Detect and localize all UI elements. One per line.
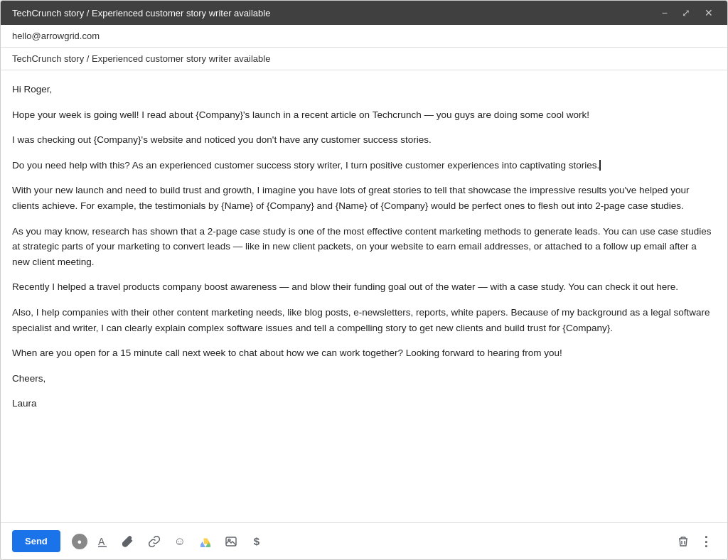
title-bar: TechCrunch story / Experienced customer … <box>1 1 727 25</box>
dollar-icon[interactable]: $ <box>247 532 267 551</box>
text-format-icon[interactable]: A <box>93 532 113 551</box>
formatting-toggle-icon[interactable]: ● <box>72 534 87 549</box>
compose-toolbar: Send ● A ☺ <box>1 522 727 559</box>
paragraph-1: Hope your week is going well! I read abo… <box>12 107 716 123</box>
close-button[interactable]: ✕ <box>702 6 716 19</box>
emoji-icon[interactable]: ☺ <box>170 532 190 551</box>
paragraph-3: Do you need help with this? As an experi… <box>12 158 716 173</box>
subject-text: TechCrunch story / Experienced customer … <box>12 53 270 64</box>
minimize-button[interactable]: − <box>659 6 670 19</box>
closing: Cheers, <box>12 371 716 387</box>
send-button[interactable]: Send <box>12 530 60 552</box>
greeting: Hi Roger, <box>12 82 716 97</box>
signature: Laura <box>12 396 716 411</box>
email-compose-window: TechCrunch story / Experienced customer … <box>0 0 728 560</box>
delete-icon[interactable] <box>673 532 693 551</box>
toolbar-right-actions: ⋮ <box>673 532 716 551</box>
to-address: hello@arrowgrid.com <box>12 31 100 41</box>
window-title: TechCrunch story / Experienced customer … <box>12 8 270 18</box>
text-cursor <box>599 160 601 171</box>
subject-field[interactable]: TechCrunch story / Experienced customer … <box>1 48 727 70</box>
photo-icon[interactable] <box>221 532 241 551</box>
paragraph-4: With your new launch and need to build t… <box>12 183 716 213</box>
paragraph-5: As you may know, research has shown that… <box>12 224 716 270</box>
email-body[interactable]: Hi Roger, Hope your week is going well! … <box>1 70 727 522</box>
paragraph-7: Also, I help companies with their other … <box>12 305 716 335</box>
paragraph-8: When are you open for a 15 minute call n… <box>12 345 716 361</box>
window-controls: − ⤢ ✕ <box>659 6 716 19</box>
more-options-icon[interactable]: ⋮ <box>696 532 716 551</box>
restore-button[interactable]: ⤢ <box>679 6 693 19</box>
to-field[interactable]: hello@arrowgrid.com <box>1 25 727 48</box>
link-icon[interactable] <box>144 532 164 551</box>
svg-text:A: A <box>98 536 105 547</box>
paragraph-2: I was checking out {Company}'s website a… <box>12 132 716 148</box>
drive-icon[interactable] <box>196 532 215 551</box>
attach-icon[interactable] <box>119 532 139 551</box>
paragraph-6: Recently I helped a travel products comp… <box>12 279 716 295</box>
